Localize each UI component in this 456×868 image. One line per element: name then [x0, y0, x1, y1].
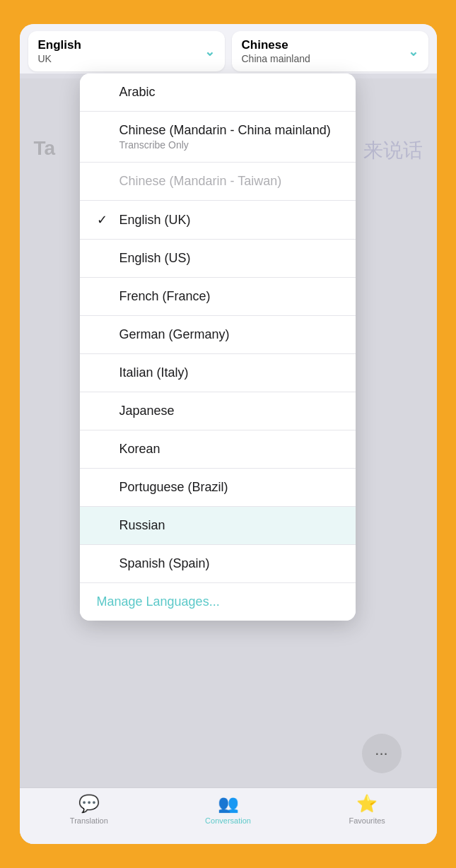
- dropdown-item-label-chinese-taiwan: Chinese (Mandarin - Taiwan): [119, 174, 282, 189]
- dropdown-item-label-russian: Russian: [119, 518, 165, 533]
- dropdown-item-french[interactable]: French (France): [80, 278, 356, 316]
- dropdown-item-label-chinese-mainland: Chinese (Mandarin - China mainland): [119, 123, 331, 138]
- dropdown-item-label-english-us: English (US): [119, 251, 191, 266]
- more-icon: ···: [375, 744, 387, 763]
- dropdown-item-text-portuguese: Portuguese (Brazil): [119, 480, 228, 495]
- lang2-selector[interactable]: Chinese China mainland ⌄: [232, 31, 428, 71]
- lang2-region: China mainland: [242, 53, 310, 64]
- lang2-chevron-icon: ⌄: [408, 44, 419, 59]
- lang1-text: English UK: [38, 38, 81, 64]
- dropdown-item-label-french: French (France): [119, 289, 211, 304]
- tab-bar: 💬 Translation 👥 Conversation ⭐ Favourite…: [20, 787, 437, 844]
- lang2-name: Chinese: [242, 38, 310, 52]
- dropdown-item-chinese-mainland[interactable]: Chinese (Mandarin - China mainland)Trans…: [80, 112, 356, 163]
- dropdown-item-text-arabic: Arabic: [119, 85, 156, 100]
- dropdown-item-label-german: German (Germany): [119, 327, 230, 342]
- dropdown-item-text-chinese-taiwan: Chinese (Mandarin - Taiwan): [119, 174, 282, 189]
- dropdown-item-text-manage: Manage Languages...: [97, 594, 220, 609]
- dropdown-item-text-italian: Italian (Italy): [119, 365, 189, 380]
- dropdown-item-manage[interactable]: Manage Languages...: [80, 583, 356, 621]
- dropdown-item-arabic[interactable]: Arabic: [80, 74, 356, 112]
- tab-translation[interactable]: 💬 Translation: [20, 794, 159, 825]
- more-button[interactable]: ···: [362, 734, 402, 773]
- dropdown-item-label-italian: Italian (Italy): [119, 365, 189, 380]
- dropdown-item-label-english-uk: English (UK): [119, 213, 191, 228]
- dropdown-item-text-english-uk: English (UK): [119, 213, 191, 228]
- dropdown-item-label-korean: Korean: [119, 442, 160, 457]
- dropdown-item-label-japanese: Japanese: [119, 404, 175, 418]
- lang1-region: UK: [38, 53, 81, 64]
- dropdown-item-text-german: German (Germany): [119, 327, 230, 342]
- phone-container: English UK ⌄ Chinese China mainland ⌄ Ta…: [20, 24, 437, 844]
- tab-translation-label: Translation: [70, 816, 108, 825]
- tab-favourites-label: Favourites: [349, 816, 385, 825]
- language-dropdown[interactable]: ArabicChinese (Mandarin - China mainland…: [80, 74, 356, 621]
- translation-icon: 💬: [78, 794, 100, 814]
- dropdown-item-english-us[interactable]: English (US): [80, 240, 356, 278]
- dropdown-item-text-korean: Korean: [119, 442, 160, 457]
- lang1-name: English: [38, 38, 81, 52]
- dropdown-item-german[interactable]: German (Germany): [80, 316, 356, 354]
- dropdown-item-english-uk[interactable]: ✓English (UK): [80, 201, 356, 240]
- dropdown-item-text-english-us: English (US): [119, 251, 191, 266]
- dropdown-item-japanese[interactable]: Japanese: [80, 392, 356, 430]
- dropdown-item-text-chinese-mainland: Chinese (Mandarin - China mainland)Trans…: [119, 123, 331, 151]
- lang2-text: Chinese China mainland: [242, 38, 310, 64]
- dropdown-item-label-arabic: Arabic: [119, 85, 156, 100]
- dropdown-item-text-spanish: Spanish (Spain): [119, 556, 210, 571]
- checkmark-icon: ✓: [97, 212, 111, 228]
- dropdown-item-chinese-taiwan[interactable]: Chinese (Mandarin - Taiwan): [80, 163, 356, 201]
- tab-conversation-label: Conversation: [205, 816, 251, 825]
- dropdown-item-sublabel-chinese-mainland: Transcribe Only: [119, 139, 331, 151]
- dropdown-item-text-russian: Russian: [119, 518, 165, 533]
- dropdown-item-text-french: French (France): [119, 289, 211, 304]
- dropdown-item-russian[interactable]: Russian: [80, 507, 356, 545]
- tab-conversation[interactable]: 👥 Conversation: [158, 794, 298, 825]
- dropdown-item-spanish[interactable]: Spanish (Spain): [80, 545, 356, 583]
- dropdown-item-italian[interactable]: Italian (Italy): [80, 354, 356, 392]
- conversation-icon: 👥: [218, 794, 239, 814]
- dropdown-item-label-spanish: Spanish (Spain): [119, 556, 210, 571]
- tab-favourites[interactable]: ⭐ Favourites: [298, 794, 437, 825]
- dropdown-item-portuguese[interactable]: Portuguese (Brazil): [80, 469, 356, 507]
- lang1-selector[interactable]: English UK ⌄: [28, 31, 225, 71]
- lang1-chevron-icon: ⌄: [204, 44, 215, 59]
- dropdown-item-text-japanese: Japanese: [119, 404, 175, 418]
- dropdown-item-label-manage: Manage Languages...: [97, 594, 220, 609]
- dropdown-item-label-portuguese: Portuguese (Brazil): [119, 480, 228, 495]
- header: English UK ⌄ Chinese China mainland ⌄: [20, 24, 437, 78]
- favourites-icon: ⭐: [356, 794, 378, 814]
- dropdown-item-korean[interactable]: Korean: [80, 430, 356, 469]
